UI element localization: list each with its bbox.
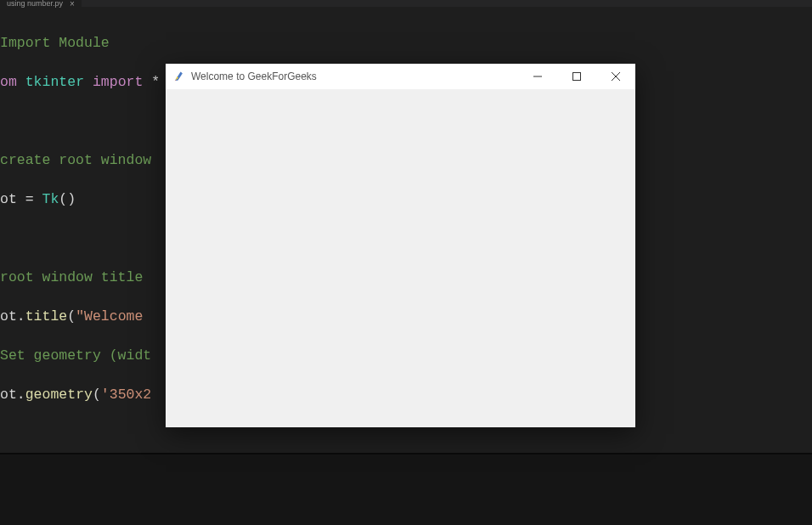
window-body[interactable] <box>166 89 635 427</box>
code-string: "Welcome <box>76 308 151 325</box>
svg-rect-1 <box>573 73 581 81</box>
file-tab[interactable]: using number.py × <box>0 0 82 7</box>
code-function: geometry <box>25 387 93 403</box>
code-keyword: om <box>0 74 25 90</box>
code-module: tkinter <box>25 74 84 90</box>
code-comment: create root window <box>0 152 151 168</box>
code-class: Tk <box>42 191 59 207</box>
code-string: '350x2 <box>101 387 151 403</box>
window-controls <box>518 64 635 89</box>
feather-icon <box>172 70 186 83</box>
code-punct: () <box>59 191 76 207</box>
tab-filename: using number.py <box>7 0 63 8</box>
bottom-panel <box>0 453 812 525</box>
code-comment: root window title <box>0 269 151 285</box>
code-punct: ( <box>93 387 101 403</box>
code-var: ot <box>0 191 25 207</box>
close-button[interactable] <box>596 64 635 89</box>
code-function: title <box>25 308 68 325</box>
code-var: ot <box>0 387 17 403</box>
tkinter-window[interactable]: Welcome to GeekForGeeks <box>166 64 635 427</box>
code-operator: = <box>25 191 42 207</box>
close-icon[interactable]: × <box>70 0 75 8</box>
code-keyword: import <box>84 74 151 90</box>
maximize-button[interactable] <box>557 64 596 89</box>
minimize-button[interactable] <box>518 64 557 89</box>
code-dot: . <box>17 308 25 325</box>
code-var: ot <box>0 308 17 325</box>
code-dot: . <box>17 387 25 403</box>
window-title: Welcome to GeekForGeeks <box>191 71 518 82</box>
code-operator: * <box>151 74 160 90</box>
code-punct: ( <box>67 308 76 325</box>
tab-bar: using number.py × <box>0 0 812 7</box>
code-comment: Set geometry (widt <box>0 347 151 364</box>
code-comment: Import Module <box>0 35 110 51</box>
window-titlebar[interactable]: Welcome to GeekForGeeks <box>166 64 635 89</box>
